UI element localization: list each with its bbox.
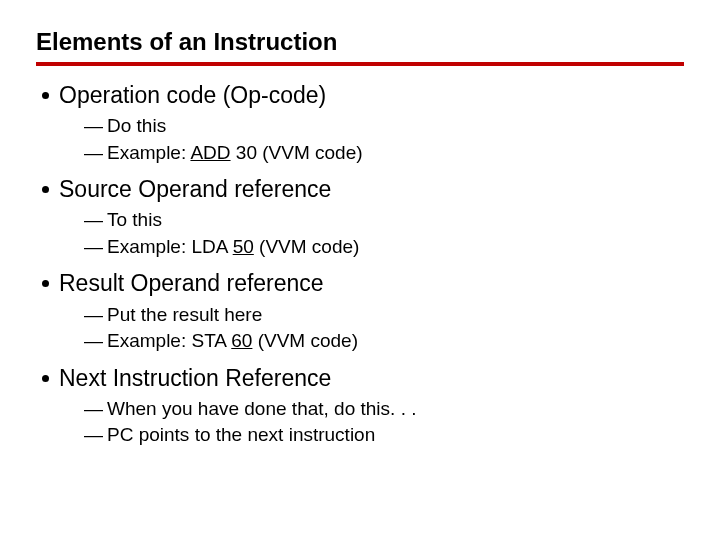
sub-item: — Example: LDA 50 (VVM code) bbox=[84, 234, 684, 261]
sub-text: Put the result here bbox=[107, 302, 262, 329]
sub-text: Example: LDA 50 (VVM code) bbox=[107, 234, 359, 261]
item-label: Next Instruction Reference bbox=[59, 363, 331, 394]
bullet-row: Operation code (Op-code) bbox=[42, 80, 684, 111]
sub-item: — Example: ADD 30 (VVM code) bbox=[84, 140, 684, 167]
title-underline bbox=[36, 62, 684, 66]
bullet-row: Result Operand reference bbox=[42, 268, 684, 299]
bullet-list: Operation code (Op-code) — Do this — Exa… bbox=[36, 80, 684, 449]
dash-icon: — bbox=[84, 207, 103, 234]
sub-prefix: Example: STA bbox=[107, 330, 231, 351]
sub-item: — PC points to the next instruction bbox=[84, 422, 684, 449]
dash-icon: — bbox=[84, 422, 103, 449]
dash-icon: — bbox=[84, 234, 103, 261]
sub-prefix: Example: bbox=[107, 142, 190, 163]
sub-text: To this bbox=[107, 207, 162, 234]
item-source-operand: Source Operand reference — To this — Exa… bbox=[42, 174, 684, 260]
bullet-icon bbox=[42, 186, 49, 193]
item-result-operand: Result Operand reference — Put the resul… bbox=[42, 268, 684, 354]
slide-title: Elements of an Instruction bbox=[36, 28, 684, 56]
sub-item: — Example: STA 60 (VVM code) bbox=[84, 328, 684, 355]
underlined: ADD bbox=[190, 142, 230, 163]
dash-icon: — bbox=[84, 140, 103, 167]
bullet-row: Source Operand reference bbox=[42, 174, 684, 205]
sub-item: — Do this bbox=[84, 113, 684, 140]
underlined: 50 bbox=[233, 236, 254, 257]
dash-icon: — bbox=[84, 302, 103, 329]
item-label: Source Operand reference bbox=[59, 174, 331, 205]
dash-icon: — bbox=[84, 113, 103, 140]
dash-icon: — bbox=[84, 396, 103, 423]
item-label: Operation code (Op-code) bbox=[59, 80, 326, 111]
sub-text: When you have done that, do this. . . bbox=[107, 396, 416, 423]
sub-text: Example: ADD 30 (VVM code) bbox=[107, 140, 363, 167]
sub-text: Do this bbox=[107, 113, 166, 140]
sub-list: — Put the result here — Example: STA 60 … bbox=[42, 302, 684, 355]
dash-icon: — bbox=[84, 328, 103, 355]
bullet-row: Next Instruction Reference bbox=[42, 363, 684, 394]
sub-list: — Do this — Example: ADD 30 (VVM code) bbox=[42, 113, 684, 166]
item-label: Result Operand reference bbox=[59, 268, 324, 299]
sub-prefix: Example: LDA bbox=[107, 236, 233, 257]
sub-list: — To this — Example: LDA 50 (VVM code) bbox=[42, 207, 684, 260]
sub-list: — When you have done that, do this. . . … bbox=[42, 396, 684, 449]
underlined: 60 bbox=[231, 330, 252, 351]
bullet-icon bbox=[42, 92, 49, 99]
bullet-icon bbox=[42, 280, 49, 287]
sub-text: Example: STA 60 (VVM code) bbox=[107, 328, 358, 355]
sub-item: — To this bbox=[84, 207, 684, 234]
item-opcode: Operation code (Op-code) — Do this — Exa… bbox=[42, 80, 684, 166]
sub-rest: 30 (VVM code) bbox=[231, 142, 363, 163]
item-next-instruction: Next Instruction Reference — When you ha… bbox=[42, 363, 684, 449]
sub-item: — When you have done that, do this. . . bbox=[84, 396, 684, 423]
sub-rest: (VVM code) bbox=[252, 330, 358, 351]
slide: Elements of an Instruction Operation cod… bbox=[0, 0, 720, 477]
bullet-icon bbox=[42, 375, 49, 382]
sub-text: PC points to the next instruction bbox=[107, 422, 375, 449]
sub-item: — Put the result here bbox=[84, 302, 684, 329]
sub-rest: (VVM code) bbox=[254, 236, 360, 257]
